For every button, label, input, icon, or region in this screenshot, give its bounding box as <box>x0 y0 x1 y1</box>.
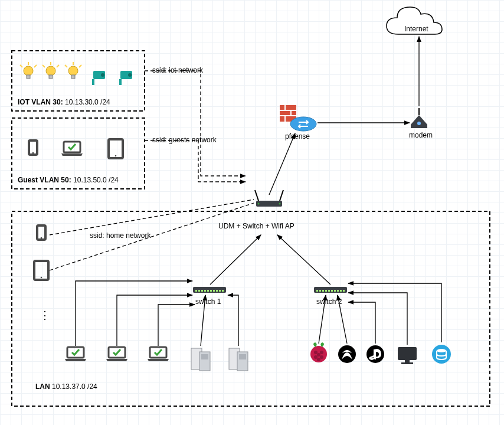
modem-label: modem <box>409 131 433 139</box>
raspberry-icon <box>310 342 327 362</box>
link-dev-switch1 <box>158 305 195 346</box>
link-dev-switch1 <box>76 281 192 346</box>
link-dev-switch1 <box>117 295 192 346</box>
guest-vlan-label: Guest VLAN 50: 10.13.50.0 /24 <box>18 176 119 184</box>
guest-ssid-label: ssid: guests network <box>152 136 217 144</box>
bulb-icon <box>20 62 37 79</box>
pfsense-icon <box>280 105 316 131</box>
server-icon <box>229 348 248 371</box>
lan-label: LAN 10.13.37.0 /24 <box>35 382 97 391</box>
link-dev-switch2 <box>348 293 407 345</box>
monitor-icon <box>398 347 417 364</box>
pfsense-label: pfsense <box>285 132 310 140</box>
laptop-icon <box>65 347 86 361</box>
bulb-icon <box>42 62 59 79</box>
phone-icon <box>29 140 37 155</box>
camera-icon <box>92 71 105 85</box>
diagram-canvas: ⋮ <box>0 0 504 425</box>
link-switch1-udm <box>210 235 261 285</box>
iot-ssid-label: ssid: iot network <box>152 66 203 74</box>
iot-vlan-label: IOT VLAN 30: 10.13.30.0 /24 <box>18 98 110 106</box>
tablet-icon <box>34 261 48 280</box>
server-icon <box>191 348 210 371</box>
laptop-icon <box>61 142 83 156</box>
phone-icon <box>37 225 45 240</box>
lan-box <box>12 211 490 406</box>
tablet-icon <box>109 139 123 158</box>
database-icon <box>432 345 451 364</box>
wifi-lan-udm <box>50 203 254 270</box>
ellipsis-icon: ⋮ <box>40 309 50 321</box>
lan-ssid-label: ssid: home network <box>90 231 150 240</box>
udm-icon <box>255 190 283 207</box>
link-dev-switch2 <box>348 302 375 344</box>
bulb-icon <box>65 62 81 79</box>
playstation-icon <box>366 345 384 363</box>
xbox-icon <box>338 345 356 363</box>
modem-icon <box>411 108 427 128</box>
link-switch2-udm <box>277 235 330 285</box>
internet-label: Internet <box>404 25 428 33</box>
switch2-icon <box>314 287 347 293</box>
switch1-icon <box>193 287 226 293</box>
switch1-label: switch 1 <box>195 298 221 306</box>
camera-icon <box>119 71 132 85</box>
wifi-iot-udm <box>145 71 246 176</box>
laptop-icon <box>148 347 169 361</box>
laptop-icon <box>106 347 127 361</box>
link-dev-switch2 <box>348 283 441 342</box>
link-udm-pfsense <box>269 133 295 195</box>
udm-label: UDM + Switch + Wifi AP <box>218 222 294 230</box>
switch2-label: switch 2 <box>316 298 342 306</box>
link-dev-switch1 <box>228 295 238 346</box>
